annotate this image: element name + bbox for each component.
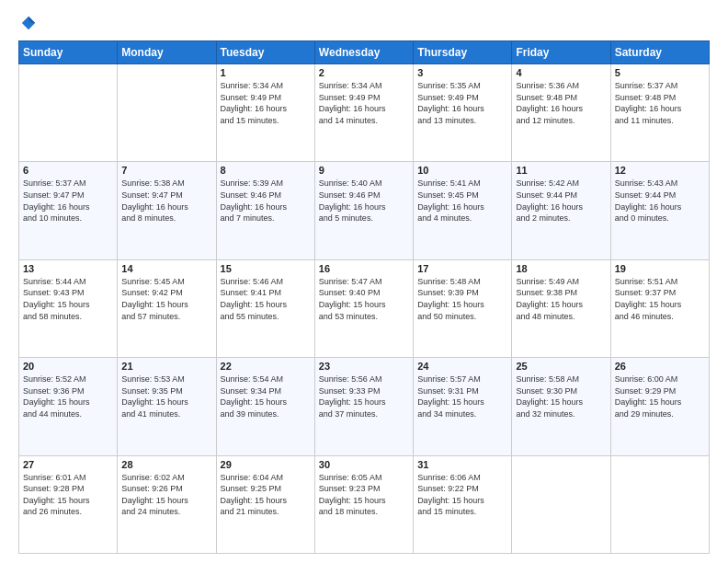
day-number: 30 <box>319 459 409 470</box>
day-info: Sunrise: 5:48 AM Sunset: 9:39 PM Dayligh… <box>417 276 507 322</box>
day-info: Sunrise: 5:35 AM Sunset: 9:49 PM Dayligh… <box>417 80 507 126</box>
day-info: Sunrise: 5:44 AM Sunset: 9:43 PM Dayligh… <box>23 276 113 322</box>
calendar-day-cell: 5Sunrise: 5:37 AM Sunset: 9:48 PM Daylig… <box>610 64 709 162</box>
calendar-day-cell: 22Sunrise: 5:54 AM Sunset: 9:34 PM Dayli… <box>216 358 314 455</box>
day-info: Sunrise: 5:34 AM Sunset: 9:49 PM Dayligh… <box>319 80 409 126</box>
day-info: Sunrise: 5:53 AM Sunset: 9:35 PM Dayligh… <box>121 373 211 419</box>
day-number: 29 <box>221 459 311 470</box>
calendar-day-cell: 28Sunrise: 6:02 AM Sunset: 9:26 PM Dayli… <box>118 455 216 553</box>
day-info: Sunrise: 5:47 AM Sunset: 9:40 PM Dayligh… <box>319 276 409 322</box>
day-number: 31 <box>417 459 507 470</box>
calendar-day-cell <box>610 455 709 553</box>
calendar-week-row: 27Sunrise: 6:01 AM Sunset: 9:28 PM Dayli… <box>19 455 710 553</box>
calendar-day-header: Monday <box>118 41 216 64</box>
day-info: Sunrise: 5:46 AM Sunset: 9:41 PM Dayligh… <box>221 276 311 322</box>
day-info: Sunrise: 5:34 AM Sunset: 9:49 PM Dayligh… <box>221 80 311 126</box>
day-number: 22 <box>221 361 311 372</box>
day-number: 4 <box>516 67 606 78</box>
calendar-table: SundayMondayTuesdayWednesdayThursdayFrid… <box>18 40 710 554</box>
day-number: 26 <box>615 361 705 372</box>
day-number: 13 <box>23 263 113 274</box>
day-info: Sunrise: 5:37 AM Sunset: 9:47 PM Dayligh… <box>23 178 113 224</box>
day-number: 16 <box>319 263 409 274</box>
calendar-day-cell: 21Sunrise: 5:53 AM Sunset: 9:35 PM Dayli… <box>118 358 216 455</box>
day-number: 21 <box>121 361 211 372</box>
day-number: 6 <box>23 165 113 176</box>
calendar-day-cell: 18Sunrise: 5:49 AM Sunset: 9:38 PM Dayli… <box>512 259 610 357</box>
day-info: Sunrise: 5:39 AM Sunset: 9:46 PM Dayligh… <box>221 178 311 224</box>
calendar-week-row: 1Sunrise: 5:34 AM Sunset: 9:49 PM Daylig… <box>19 64 710 162</box>
day-info: Sunrise: 5:40 AM Sunset: 9:46 PM Dayligh… <box>319 178 409 224</box>
calendar-day-header: Saturday <box>610 41 709 64</box>
day-number: 28 <box>121 459 211 470</box>
day-number: 17 <box>417 263 507 274</box>
calendar-week-row: 13Sunrise: 5:44 AM Sunset: 9:43 PM Dayli… <box>19 259 710 357</box>
day-number: 14 <box>121 263 211 274</box>
calendar-day-cell: 2Sunrise: 5:34 AM Sunset: 9:49 PM Daylig… <box>314 64 413 162</box>
day-info: Sunrise: 5:36 AM Sunset: 9:48 PM Dayligh… <box>516 80 606 126</box>
calendar-day-header: Wednesday <box>314 41 413 64</box>
day-number: 9 <box>319 165 409 176</box>
day-info: Sunrise: 6:04 AM Sunset: 9:25 PM Dayligh… <box>221 472 311 518</box>
day-number: 5 <box>615 67 705 78</box>
calendar-day-cell: 10Sunrise: 5:41 AM Sunset: 9:45 PM Dayli… <box>414 162 512 259</box>
calendar-day-cell: 26Sunrise: 6:00 AM Sunset: 9:29 PM Dayli… <box>610 358 709 455</box>
calendar-day-cell: 7Sunrise: 5:38 AM Sunset: 9:47 PM Daylig… <box>118 162 216 259</box>
day-info: Sunrise: 6:01 AM Sunset: 9:28 PM Dayligh… <box>23 472 113 518</box>
day-info: Sunrise: 5:54 AM Sunset: 9:34 PM Dayligh… <box>221 373 311 419</box>
day-info: Sunrise: 5:38 AM Sunset: 9:47 PM Dayligh… <box>121 178 211 224</box>
calendar-day-cell: 9Sunrise: 5:40 AM Sunset: 9:46 PM Daylig… <box>314 162 413 259</box>
calendar-day-cell: 27Sunrise: 6:01 AM Sunset: 9:28 PM Dayli… <box>19 455 118 553</box>
calendar-day-cell: 15Sunrise: 5:46 AM Sunset: 9:41 PM Dayli… <box>216 259 314 357</box>
day-number: 20 <box>23 361 113 372</box>
logo-icon <box>20 15 37 31</box>
day-number: 25 <box>516 361 606 372</box>
calendar-day-header: Tuesday <box>216 41 314 64</box>
calendar-day-cell <box>19 64 118 162</box>
day-number: 11 <box>516 165 606 176</box>
calendar-day-cell: 11Sunrise: 5:42 AM Sunset: 9:44 PM Dayli… <box>512 162 610 259</box>
day-info: Sunrise: 6:06 AM Sunset: 9:22 PM Dayligh… <box>417 472 507 518</box>
calendar-header-row: SundayMondayTuesdayWednesdayThursdayFrid… <box>19 41 710 64</box>
day-info: Sunrise: 5:57 AM Sunset: 9:31 PM Dayligh… <box>417 373 507 419</box>
day-info: Sunrise: 5:45 AM Sunset: 9:42 PM Dayligh… <box>121 276 211 322</box>
day-info: Sunrise: 5:51 AM Sunset: 9:37 PM Dayligh… <box>615 276 705 322</box>
day-number: 2 <box>319 67 409 78</box>
day-info: Sunrise: 5:52 AM Sunset: 9:36 PM Dayligh… <box>23 373 113 419</box>
calendar-day-cell: 24Sunrise: 5:57 AM Sunset: 9:31 PM Dayli… <box>414 358 512 455</box>
calendar-day-cell: 29Sunrise: 6:04 AM Sunset: 9:25 PM Dayli… <box>216 455 314 553</box>
day-info: Sunrise: 6:00 AM Sunset: 9:29 PM Dayligh… <box>615 373 705 419</box>
day-number: 18 <box>516 263 606 274</box>
calendar-day-cell: 1Sunrise: 5:34 AM Sunset: 9:49 PM Daylig… <box>216 64 314 162</box>
day-number: 10 <box>417 165 507 176</box>
calendar-day-cell: 8Sunrise: 5:39 AM Sunset: 9:46 PM Daylig… <box>216 162 314 259</box>
day-number: 1 <box>221 67 311 78</box>
calendar-day-cell: 14Sunrise: 5:45 AM Sunset: 9:42 PM Dayli… <box>118 259 216 357</box>
day-info: Sunrise: 5:56 AM Sunset: 9:33 PM Dayligh… <box>319 373 409 419</box>
logo <box>18 15 37 31</box>
calendar-day-cell: 12Sunrise: 5:43 AM Sunset: 9:44 PM Dayli… <box>610 162 709 259</box>
day-info: Sunrise: 6:05 AM Sunset: 9:23 PM Dayligh… <box>319 472 409 518</box>
day-number: 15 <box>221 263 311 274</box>
day-number: 19 <box>615 263 705 274</box>
calendar-day-cell: 30Sunrise: 6:05 AM Sunset: 9:23 PM Dayli… <box>314 455 413 553</box>
calendar-day-cell: 19Sunrise: 5:51 AM Sunset: 9:37 PM Dayli… <box>610 259 709 357</box>
calendar-day-header: Sunday <box>19 41 118 64</box>
page: SundayMondayTuesdayWednesdayThursdayFrid… <box>0 0 728 563</box>
calendar-week-row: 6Sunrise: 5:37 AM Sunset: 9:47 PM Daylig… <box>19 162 710 259</box>
calendar-day-cell: 4Sunrise: 5:36 AM Sunset: 9:48 PM Daylig… <box>512 64 610 162</box>
day-number: 8 <box>221 165 311 176</box>
calendar-day-cell: 16Sunrise: 5:47 AM Sunset: 9:40 PM Dayli… <box>314 259 413 357</box>
day-number: 12 <box>615 165 705 176</box>
day-number: 7 <box>121 165 211 176</box>
calendar-day-header: Friday <box>512 41 610 64</box>
calendar-day-header: Thursday <box>414 41 512 64</box>
calendar-day-cell: 13Sunrise: 5:44 AM Sunset: 9:43 PM Dayli… <box>19 259 118 357</box>
header <box>18 15 710 31</box>
calendar-day-cell <box>512 455 610 553</box>
day-number: 27 <box>23 459 113 470</box>
day-info: Sunrise: 5:43 AM Sunset: 9:44 PM Dayligh… <box>615 178 705 224</box>
calendar-day-cell: 25Sunrise: 5:58 AM Sunset: 9:30 PM Dayli… <box>512 358 610 455</box>
calendar-day-cell: 23Sunrise: 5:56 AM Sunset: 9:33 PM Dayli… <box>314 358 413 455</box>
day-number: 3 <box>417 67 507 78</box>
